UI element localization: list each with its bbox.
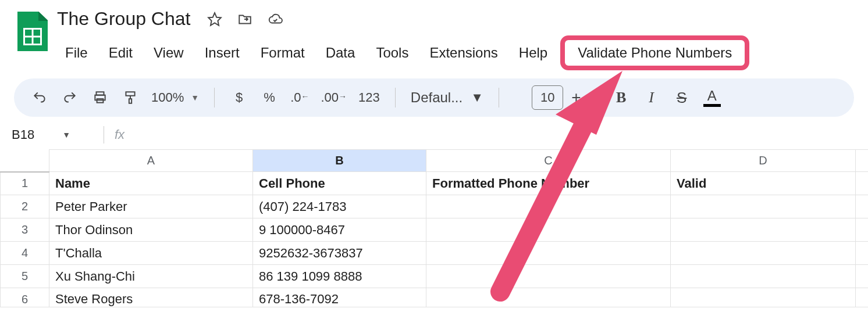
row-header[interactable]: 4	[1, 242, 49, 265]
increase-decimal-button[interactable]: .00→	[321, 87, 347, 108]
zoom-value: 100%	[151, 90, 184, 105]
toolbar: 100% ▼ $ % .0← .00→ 123 Defaul... ▼ − 10…	[14, 78, 854, 117]
column-header-C[interactable]: C	[426, 150, 671, 172]
formula-input[interactable]	[135, 127, 856, 143]
cell[interactable]	[426, 265, 671, 288]
currency-button[interactable]: $	[230, 87, 248, 108]
print-button[interactable]	[91, 87, 109, 108]
cell[interactable]: T'Challa	[49, 242, 253, 265]
menu-format[interactable]: Format	[250, 41, 315, 64]
menu-file[interactable]: File	[55, 41, 98, 64]
percent-button[interactable]: %	[260, 87, 279, 108]
cell[interactable]: 86 139 1099 8888	[253, 265, 426, 288]
color-underline	[703, 104, 721, 107]
table-row: 1 Name Cell Phone Formatted Phone Number…	[1, 172, 869, 195]
column-header-B[interactable]: B	[253, 150, 426, 172]
cell[interactable]	[856, 288, 869, 307]
menubar: File Edit View Insert Format Data Tools …	[55, 35, 749, 70]
cell[interactable]: Xu Shang-Chi	[49, 265, 253, 288]
cell[interactable]	[426, 288, 671, 307]
menu-insert[interactable]: Insert	[194, 41, 250, 64]
cell[interactable]: 678-136-7092	[253, 288, 426, 307]
caret-down-icon: ▼	[191, 93, 199, 102]
cell[interactable]: Name	[49, 172, 253, 195]
paint-format-button[interactable]	[121, 87, 140, 108]
select-all-corner[interactable]	[1, 150, 49, 172]
menu-tools[interactable]: Tools	[365, 41, 419, 64]
cell[interactable]: Peter Parker	[49, 195, 253, 218]
row-header[interactable]: 2	[1, 195, 49, 218]
cell[interactable]	[426, 242, 671, 265]
cell[interactable]	[856, 172, 869, 195]
cell[interactable]	[426, 195, 671, 218]
column-header-A[interactable]: A	[49, 150, 253, 172]
italic-button[interactable]: I	[642, 87, 661, 108]
redo-button[interactable]	[61, 87, 79, 108]
menu-data[interactable]: Data	[315, 41, 366, 64]
cell[interactable]	[856, 242, 869, 265]
font-size-control: − 10 +	[514, 85, 581, 110]
cell[interactable]	[671, 265, 856, 288]
cell[interactable]	[671, 288, 856, 307]
menu-edit[interactable]: Edit	[98, 41, 143, 64]
cell[interactable]	[671, 195, 856, 218]
menu-help[interactable]: Help	[508, 41, 558, 64]
cell[interactable]: Thor Odinson	[49, 218, 253, 242]
table-row: 4 T'Challa 9252632-3673837	[1, 242, 869, 265]
font-size-input[interactable]: 10	[532, 85, 563, 110]
spreadsheet-grid: A B C D 1 Name Cell Phone Formatted Phon…	[0, 149, 868, 307]
toolbar-separator	[214, 88, 215, 107]
caret-down-icon: ▼	[471, 90, 483, 105]
svg-marker-0	[209, 13, 222, 26]
table-row: 2 Peter Parker (407) 224-1783	[1, 195, 869, 218]
row-header[interactable]: 1	[1, 172, 49, 195]
cloud-done-icon[interactable]	[267, 11, 283, 27]
toolbar-separator	[499, 88, 499, 107]
cell[interactable]	[426, 218, 671, 242]
cell[interactable]	[671, 218, 856, 242]
cell[interactable]: Cell Phone	[253, 172, 426, 195]
column-header-D[interactable]: D	[671, 150, 856, 172]
column-header-row: A B C D	[1, 150, 869, 172]
cell[interactable]: Formatted Phone Number	[426, 172, 671, 195]
zoom-dropdown[interactable]: 100% ▼	[151, 90, 199, 105]
star-icon[interactable]	[207, 11, 223, 27]
text-color-button[interactable]: A	[703, 87, 721, 108]
cell[interactable]: 9 100000-8467	[253, 218, 426, 242]
name-box[interactable]: B18 ▼	[12, 127, 93, 142]
titlebar: The Group Chat File Edit View Insert For…	[0, 0, 868, 70]
table-row: 6 Steve Rogers 678-136-7092	[1, 288, 869, 307]
cell[interactable]: 9252632-3673837	[253, 242, 426, 265]
menu-validate-phone-numbers[interactable]: Validate Phone Numbers	[560, 35, 749, 70]
sheets-logo[interactable]	[17, 7, 48, 51]
cell[interactable]	[856, 218, 869, 242]
cell[interactable]: Steve Rogers	[49, 288, 253, 307]
cell[interactable]	[856, 265, 869, 288]
decrease-decimal-button[interactable]: .0←	[290, 87, 309, 108]
move-folder-icon[interactable]	[237, 11, 253, 27]
cell[interactable]	[856, 195, 869, 218]
row-header[interactable]: 3	[1, 218, 49, 242]
svg-rect-5	[129, 99, 131, 103]
document-title[interactable]: The Group Chat	[55, 7, 193, 31]
caret-down-icon: ▼	[62, 130, 70, 139]
font-size-increase[interactable]: +	[571, 88, 581, 107]
font-family-dropdown[interactable]: Defaul... ▼	[411, 89, 483, 106]
toolbar-separator	[395, 88, 396, 107]
cell[interactable]: (407) 224-1783	[253, 195, 426, 218]
cell[interactable]	[671, 242, 856, 265]
more-formats-button[interactable]: 123	[358, 87, 380, 108]
menu-view[interactable]: View	[143, 41, 194, 64]
bold-button[interactable]: B	[612, 87, 631, 108]
table-row: 3 Thor Odinson 9 100000-8467	[1, 218, 869, 242]
strikethrough-button[interactable]: S	[673, 87, 691, 108]
column-header-next[interactable]	[856, 150, 869, 172]
row-header[interactable]: 6	[1, 288, 49, 307]
toolbar-separator	[596, 88, 597, 107]
divider	[104, 126, 104, 144]
cell[interactable]: Valid	[671, 172, 856, 195]
formula-bar-row: B18 ▼ fx	[0, 124, 868, 149]
menu-extensions[interactable]: Extensions	[419, 41, 508, 64]
row-header[interactable]: 5	[1, 265, 49, 288]
undo-button[interactable]	[30, 87, 49, 108]
